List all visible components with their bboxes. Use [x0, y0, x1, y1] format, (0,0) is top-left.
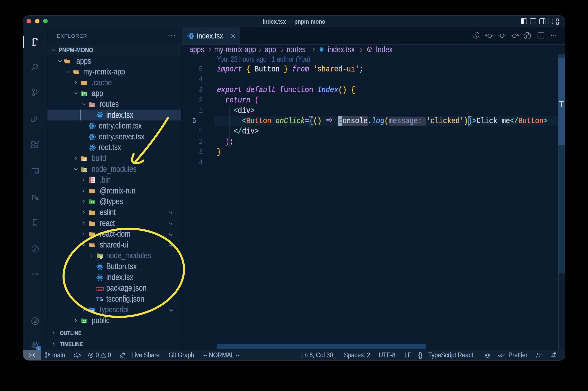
- svg-text:JS: JS: [84, 169, 87, 172]
- svg-text:10: 10: [92, 181, 94, 183]
- svg-text:TS: TS: [91, 201, 94, 204]
- svg-text:01: 01: [92, 178, 94, 181]
- svg-text:JS: JS: [99, 256, 102, 258]
- svg-text:npm: npm: [98, 288, 102, 290]
- svg-text:TS: TS: [91, 309, 94, 312]
